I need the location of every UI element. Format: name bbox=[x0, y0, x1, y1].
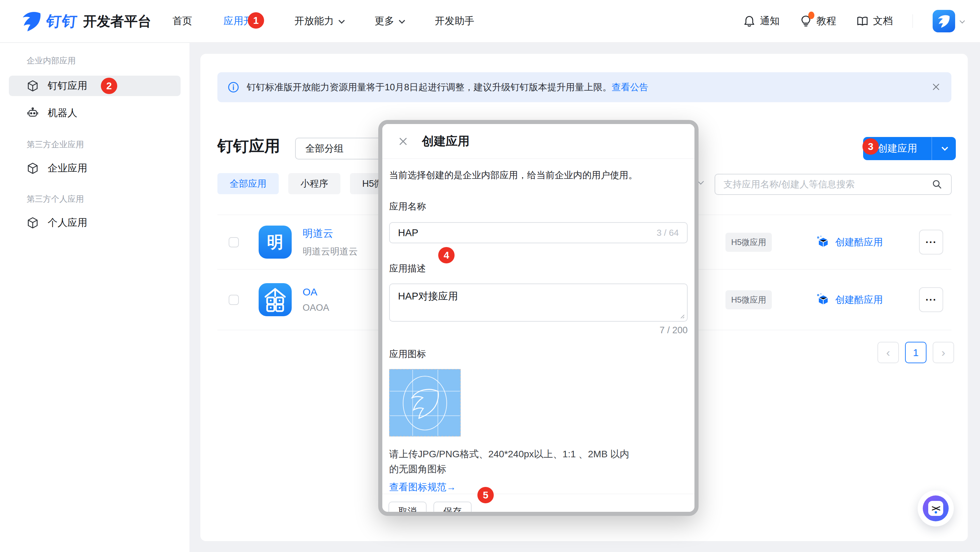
cool-app-icon bbox=[816, 293, 830, 307]
app-icon-mingdao: 明 bbox=[259, 226, 292, 259]
tutorial-label: 教程 bbox=[816, 14, 836, 28]
chevron-down-icon[interactable] bbox=[697, 178, 704, 185]
search-input[interactable]: 支持应用名称/创建人等信息搜索 bbox=[714, 174, 952, 195]
annotation-badge-1: 1 bbox=[248, 12, 264, 29]
app-name-link[interactable]: OA bbox=[302, 286, 329, 298]
app-description: OAOA bbox=[302, 302, 329, 313]
page-title: 钉钉应用 bbox=[217, 135, 280, 157]
pagination-prev-button[interactable]: ‹ bbox=[877, 342, 899, 363]
cube-icon bbox=[27, 217, 39, 229]
dingtalk-wing-icon bbox=[410, 387, 441, 419]
nav-more[interactable]: 更多 bbox=[374, 14, 403, 28]
create-app-modal-inner: 创建应用 当前选择创建的是企业内部应用，给当前企业内的用户使用。 应用名称 HA… bbox=[382, 124, 694, 512]
app-icon-label: 应用图标 bbox=[389, 348, 687, 360]
sidebar: 企业内部应用 钉钉应用 2 机器人 第三方企业应用 企业应用 第三方个人应用 bbox=[0, 43, 189, 552]
create-app-dropdown[interactable] bbox=[932, 146, 956, 151]
app-name-counter: 3 / 64 bbox=[657, 227, 679, 238]
navbar-right: 通知 教程 文档 bbox=[743, 10, 964, 32]
app-name-link[interactable]: 明道云 bbox=[302, 227, 358, 240]
tutorial-new-dot bbox=[808, 11, 815, 19]
app-name-input[interactable]: HAP 3 / 64 bbox=[389, 222, 687, 243]
annotation-badge-5: 5 bbox=[477, 487, 494, 503]
app-icon-oa bbox=[259, 283, 292, 316]
bell-icon bbox=[743, 15, 756, 28]
main-nav: 首页 应用开发 开放能力 更多 开发助手 bbox=[172, 14, 474, 28]
logo-suffix: 开发者平台 bbox=[83, 12, 151, 31]
app-icon-glyph: 明 bbox=[267, 231, 283, 253]
app-type-tag: H5微应用 bbox=[725, 290, 772, 309]
chevron-down-icon bbox=[399, 17, 405, 24]
create-cool-app-link[interactable]: 创建酷应用 bbox=[816, 235, 883, 249]
row-more-button[interactable]: ··· bbox=[919, 230, 943, 255]
modal-close-icon[interactable] bbox=[397, 135, 409, 147]
row-more-button[interactable]: ··· bbox=[919, 287, 943, 312]
notice-banner: 钉钉标准版开放能力资源用量将于10月8日起进行调整，建议升级钉钉版本提升用量上限… bbox=[217, 72, 951, 102]
chevron-down-icon bbox=[338, 17, 345, 24]
top-navbar: 钉钉 开发者平台 首页 应用开发 开放能力 更多 开发助手 通知 bbox=[0, 0, 980, 43]
create-app-modal: 创建应用 当前选择创建的是企业内部应用，给当前企业内的用户使用。 应用名称 HA… bbox=[378, 120, 698, 516]
dingtalk-logo[interactable]: 钉钉 开发者平台 bbox=[21, 10, 151, 32]
nav-open-capabilities[interactable]: 开放能力 bbox=[294, 14, 343, 28]
house-icon bbox=[259, 283, 292, 316]
docs-button[interactable]: 文档 bbox=[856, 14, 893, 28]
nav-home[interactable]: 首页 bbox=[172, 14, 192, 28]
modal-description-text: 当前选择创建的是企业内部应用，给当前企业内的用户使用。 bbox=[389, 169, 687, 181]
avatar bbox=[932, 10, 955, 32]
upload-hint-line2: 的无圆角图标 bbox=[389, 462, 687, 477]
row-checkbox[interactable] bbox=[229, 237, 239, 247]
nav-dev-assistant[interactable]: 开发助手 bbox=[435, 14, 474, 28]
sidebar-item-dingtalk-apps[interactable]: 钉钉应用 2 bbox=[9, 76, 181, 96]
save-button[interactable]: 保存 bbox=[433, 501, 472, 512]
pagination-page-1[interactable]: 1 bbox=[905, 342, 926, 363]
create-cool-app-label: 创建酷应用 bbox=[835, 236, 883, 249]
fab-core: >< bbox=[928, 501, 943, 516]
app-info: 明道云 明道云明道云 bbox=[302, 227, 358, 258]
tutorial-button[interactable]: 教程 bbox=[799, 14, 836, 28]
notifications-button[interactable]: 通知 bbox=[743, 14, 780, 28]
sidebar-section-thirdparty-enterprise: 第三方企业应用 bbox=[0, 139, 189, 150]
app-icon-upload[interactable] bbox=[389, 369, 461, 436]
resize-grip-icon[interactable] bbox=[679, 313, 685, 319]
app-desc-textarea[interactable]: HAP对接应用 bbox=[389, 283, 687, 322]
search-icon[interactable] bbox=[931, 178, 943, 190]
modal-header: 创建应用 bbox=[382, 124, 694, 159]
sidebar-item-personal-apps[interactable]: 个人应用 bbox=[0, 213, 189, 233]
app-desc-counter: 7 / 200 bbox=[389, 325, 687, 336]
row-checkbox[interactable] bbox=[229, 295, 239, 305]
chevron-down-icon bbox=[959, 18, 965, 24]
pagination: ‹ 1 › bbox=[877, 342, 954, 363]
banner-text: 钉钉标准版开放能力资源用量将于10月8日起进行调整，建议升级钉钉版本提升用量上限… bbox=[247, 81, 612, 93]
logo-text: 钉钉 bbox=[45, 11, 79, 31]
cancel-button[interactable]: 取消 bbox=[388, 501, 426, 512]
upload-hint-line1: 请上传JPG/PNG格式、240*240px以上、1:1 、2MB 以内 bbox=[389, 447, 687, 462]
sidebar-item-robot[interactable]: 机器人 bbox=[0, 103, 189, 123]
search-placeholder: 支持应用名称/创建人等信息搜索 bbox=[724, 178, 931, 191]
dingtalk-wing-icon bbox=[937, 14, 951, 28]
book-icon bbox=[856, 15, 869, 28]
sidebar-item-label: 钉钉应用 bbox=[48, 79, 87, 93]
account-menu[interactable] bbox=[932, 10, 964, 32]
create-cool-app-label: 创建酷应用 bbox=[835, 293, 883, 306]
sidebar-section-internal-apps: 企业内部应用 bbox=[0, 55, 189, 66]
sidebar-section-thirdparty-personal: 第三方个人应用 bbox=[0, 194, 189, 204]
banner-close-icon[interactable] bbox=[931, 82, 941, 94]
sidebar-item-label: 企业应用 bbox=[48, 162, 87, 175]
tab-mini-program[interactable]: 小程序 bbox=[288, 173, 340, 194]
sidebar-item-enterprise-apps[interactable]: 企业应用 bbox=[0, 158, 189, 178]
nav-open-capabilities-label: 开放能力 bbox=[294, 14, 334, 28]
group-filter-value: 全部分组 bbox=[305, 142, 344, 155]
chevron-down-icon bbox=[942, 144, 948, 151]
app-type-tag: H5微应用 bbox=[725, 233, 772, 252]
assistant-fab-button[interactable]: >< bbox=[918, 490, 954, 527]
notifications-label: 通知 bbox=[760, 14, 780, 28]
pagination-next-button[interactable]: › bbox=[932, 342, 954, 363]
sidebar-item-label: 个人应用 bbox=[48, 216, 87, 230]
icon-spec-link[interactable]: 查看图标规范→ bbox=[389, 481, 687, 494]
tab-all-apps[interactable]: 全部应用 bbox=[217, 173, 279, 194]
cool-app-icon bbox=[816, 235, 830, 249]
create-cool-app-link[interactable]: 创建酷应用 bbox=[816, 293, 883, 307]
navbar-divider bbox=[913, 14, 913, 28]
dingtalk-wing-icon bbox=[21, 10, 42, 32]
nav-more-label: 更多 bbox=[374, 14, 394, 28]
banner-link[interactable]: 查看公告 bbox=[612, 81, 648, 93]
